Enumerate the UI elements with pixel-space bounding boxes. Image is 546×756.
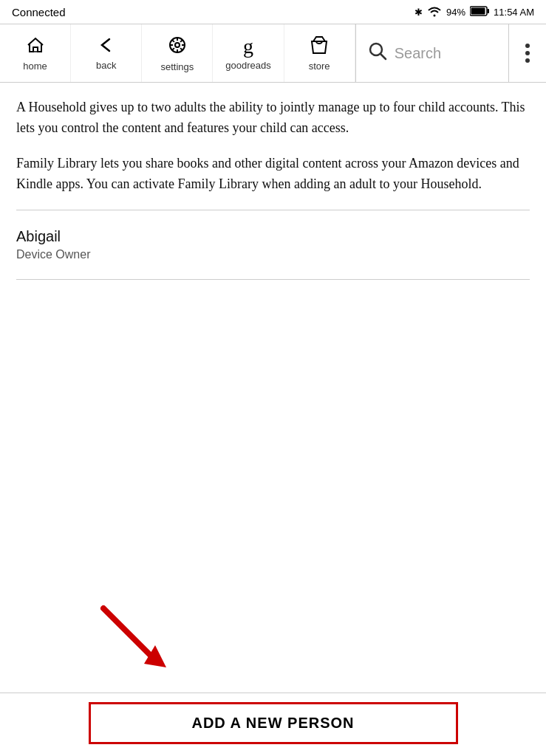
nav-back[interactable]: back [71,24,142,82]
arrow-annotation [59,601,192,690]
battery-percent: 94% [446,7,465,18]
nav-home[interactable]: home [0,24,71,82]
user-section: Abigail Device Owner [16,225,530,264]
store-label: store [309,61,330,72]
nav-settings[interactable]: settings [142,24,213,82]
svg-point-5 [175,43,180,47]
nav-store[interactable]: store [284,24,355,82]
user-role: Device Owner [16,248,530,261]
divider-top [16,210,530,210]
svg-rect-2 [471,7,485,14]
goodreads-icon: g [243,36,253,57]
svg-line-19 [103,608,155,660]
goodreads-label: goodreads [225,60,270,71]
back-label: back [96,60,116,71]
status-bar: Connected ✱ 94% 11:54 AM [0,0,546,24]
battery-icon [470,6,489,18]
svg-rect-1 [488,9,490,13]
settings-icon [167,35,188,58]
bluetooth-icon: ✱ [414,7,423,18]
family-library-description: Family Library lets you share books and … [16,154,530,195]
svg-point-18 [525,58,530,63]
search-area[interactable]: Search [355,24,509,82]
svg-point-17 [525,51,530,55]
connection-status: Connected [12,6,66,18]
nav-goodreads[interactable]: g goodreads [213,24,284,82]
back-icon [96,36,117,57]
wifi-icon [427,5,442,19]
store-icon [309,35,330,58]
search-icon [368,41,387,66]
search-placeholder: Search [395,45,441,62]
bottom-button-area: ADD A NEW PERSON [0,693,546,756]
nav-bar: home back settings [0,24,546,83]
divider-bottom [16,279,530,280]
svg-line-12 [180,40,182,42]
household-description: A Household gives up to two adults the a… [16,97,530,139]
svg-line-10 [172,40,174,42]
user-name: Abigail [16,228,530,245]
svg-line-13 [172,48,174,50]
home-label: home [23,61,47,72]
settings-label: settings [160,61,194,72]
add-person-label: ADD A NEW PERSON [191,715,354,731]
svg-line-15 [381,54,386,59]
home-icon [25,35,46,58]
svg-point-16 [525,44,530,48]
more-menu-button[interactable] [509,24,546,82]
status-icons: ✱ 94% 11:54 AM [414,5,534,19]
main-content: A Household gives up to two adults the a… [0,83,546,309]
add-person-button[interactable]: ADD A NEW PERSON [89,702,458,744]
time-display: 11:54 AM [494,7,534,18]
svg-line-11 [180,48,182,50]
